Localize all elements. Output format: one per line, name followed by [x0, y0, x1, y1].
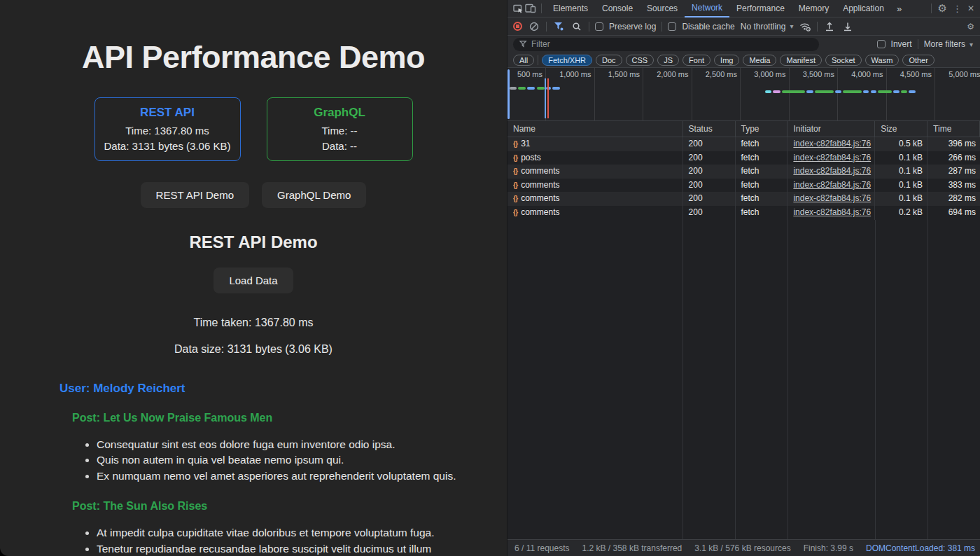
chip-font[interactable]: Font: [682, 55, 710, 66]
chip-css[interactable]: CSS: [626, 55, 654, 66]
graphql-card: GraphQL Time: -- Data: --: [267, 97, 413, 161]
tab-memory[interactable]: Memory: [792, 0, 836, 18]
waterfall-bar-segment: [552, 87, 560, 90]
tab-network[interactable]: Network: [685, 0, 729, 18]
table-row[interactable]: {}posts200fetchindex-c82fab84.js:760.1 k…: [507, 151, 980, 165]
disable-cache-checkbox[interactable]: [668, 22, 676, 31]
rest-api-time: Time: 1367.80 ms: [95, 123, 240, 139]
chip-js[interactable]: JS: [657, 55, 679, 66]
table-row[interactable]: {}comments200fetchindex-c82fab84.js:760.…: [507, 206, 980, 220]
column-header-time[interactable]: Time: [927, 121, 980, 137]
network-settings-gear-icon[interactable]: ⚙: [967, 22, 974, 32]
network-conditions-icon[interactable]: [799, 20, 811, 33]
close-devtools-icon[interactable]: ✕: [967, 4, 974, 13]
tab-console[interactable]: Console: [595, 0, 640, 18]
filter-funnel-icon[interactable]: [552, 20, 565, 33]
throttling-dropdown[interactable]: No throttling ▾: [741, 22, 794, 32]
kebab-menu-icon[interactable]: ⋮: [953, 4, 962, 14]
inspect-element-icon[interactable]: [512, 2, 524, 15]
type-cell: fetch: [736, 151, 788, 165]
timeline-tick-label: 1,500 ms: [589, 70, 640, 78]
size-cell: 0.1 kB: [875, 192, 927, 206]
column-header-status[interactable]: Status: [683, 121, 736, 137]
column-header-initiator[interactable]: Initiator: [788, 121, 875, 137]
table-row[interactable]: {}comments200fetchindex-c82fab84.js:760.…: [507, 179, 980, 193]
initiator-link[interactable]: index-c82fab84.js:76: [793, 180, 871, 190]
time-cell: 694 ms: [927, 206, 980, 220]
graphql-demo-button[interactable]: GraphQL Demo: [262, 182, 366, 208]
graphql-time: Time: --: [267, 123, 412, 139]
table-row[interactable]: {}31200fetchindex-c82fab84.js:760.5 kB39…: [507, 137, 980, 151]
initiator-cell: index-c82fab84.js:76: [788, 137, 875, 151]
post-bullet-list: Consequatur sint est eos dolore fuga eum…: [84, 437, 507, 484]
filter-input[interactable]: Filter: [513, 38, 819, 51]
chip-media[interactable]: Media: [743, 55, 776, 66]
column-header-name[interactable]: Name: [507, 121, 683, 137]
request-name: comments: [521, 192, 559, 206]
filter-placeholder: Filter: [531, 39, 550, 49]
initiator-link[interactable]: index-c82fab84.js:76: [793, 153, 871, 162]
device-toolbar-icon[interactable]: [524, 2, 537, 15]
waterfall-bar-segment: [843, 90, 862, 93]
request-name-cell: {}31: [507, 137, 683, 151]
tab-performance[interactable]: Performance: [729, 0, 792, 18]
time-taken-text: Time taken: 1367.80 ms: [0, 317, 507, 329]
tab-application[interactable]: Application: [836, 0, 891, 18]
chip-socket[interactable]: Socket: [825, 55, 862, 66]
initiator-link[interactable]: index-c82fab84.js:76: [793, 207, 871, 217]
preserve-log-checkbox[interactable]: [595, 22, 603, 31]
search-icon[interactable]: [570, 20, 583, 33]
tab-sources[interactable]: Sources: [640, 0, 685, 18]
chip-img[interactable]: Img: [714, 55, 739, 66]
timeline-tick-label: 4,500 ms: [881, 70, 932, 78]
settings-gear-icon[interactable]: ⚙: [937, 2, 946, 15]
initiator-cell: index-c82fab84.js:76: [788, 206, 875, 220]
chip-wasm[interactable]: Wasm: [865, 55, 899, 66]
post-title: Post: Let Us Now Praise Famous Men: [72, 412, 507, 424]
column-header-type[interactable]: Type: [736, 121, 788, 137]
chip-doc[interactable]: Doc: [596, 55, 622, 66]
load-data-button[interactable]: Load Data: [214, 267, 293, 293]
export-har-icon[interactable]: [841, 20, 854, 33]
waterfall-bar-segment: [863, 90, 869, 93]
network-overview-timeline[interactable]: 500 ms1,000 ms1,500 ms2,000 ms2,500 ms3,…: [507, 68, 980, 121]
request-name-cell: {}comments: [507, 165, 683, 179]
chip-all[interactable]: All: [513, 55, 534, 66]
record-network-log-button[interactable]: [513, 22, 522, 31]
panel-tabs: ElementsConsoleSourcesNetworkPerformance…: [546, 0, 891, 18]
more-filters-dropdown[interactable]: More filters ▾: [924, 39, 973, 49]
graphql-data: Data: --: [267, 139, 412, 154]
more-tabs-button[interactable]: »: [891, 4, 907, 14]
post-bullet: Quis non autem in quia vel beatae nemo i…: [97, 452, 507, 468]
waterfall-bar-segment: [527, 87, 535, 90]
chip-fetchxhr[interactable]: Fetch/XHR: [542, 55, 592, 66]
tab-elements[interactable]: Elements: [546, 0, 595, 18]
table-row[interactable]: {}comments200fetchindex-c82fab84.js:760.…: [507, 165, 980, 179]
size-cell: 0.1 kB: [875, 165, 927, 179]
invert-filter-checkbox[interactable]: [877, 40, 886, 48]
chip-manifest[interactable]: Manifest: [780, 55, 822, 66]
initiator-cell: index-c82fab84.js:76: [788, 192, 875, 206]
timeline-tick-label: 4,000 ms: [833, 70, 883, 78]
timeline-tick-label: 2,500 ms: [687, 70, 737, 78]
initiator-link[interactable]: index-c82fab84.js:76: [793, 193, 871, 203]
fetch-braces-icon: {}: [513, 165, 517, 179]
post-bullet: Tenetur repudiandae recusandae labore su…: [97, 541, 507, 556]
time-cell: 396 ms: [927, 137, 980, 151]
initiator-link[interactable]: index-c82fab84.js:76: [793, 166, 871, 176]
post-title: Post: The Sun Also Rises: [72, 500, 507, 513]
initiator-link[interactable]: index-c82fab84.js:76: [793, 139, 871, 148]
type-cell: fetch: [736, 192, 788, 206]
rest-api-demo-button[interactable]: REST API Demo: [141, 182, 249, 208]
column-header-size[interactable]: Size: [875, 121, 927, 137]
timeline-tick-label: 3,500 ms: [784, 70, 834, 78]
clear-network-log-icon[interactable]: [528, 20, 540, 33]
table-row[interactable]: {}comments200fetchindex-c82fab84.js:760.…: [507, 192, 980, 206]
chip-other[interactable]: Other: [902, 55, 934, 66]
waterfall-bar-segment: [835, 90, 841, 93]
timeline-tick-label: 3,000 ms: [736, 70, 786, 78]
rest-api-data: Data: 3131 bytes (3.06 KB): [95, 139, 240, 154]
demo-switch-buttons: REST API Demo GraphQL Demo: [0, 182, 507, 208]
import-har-icon[interactable]: [823, 20, 836, 33]
section-title: REST API Demo: [0, 232, 507, 252]
